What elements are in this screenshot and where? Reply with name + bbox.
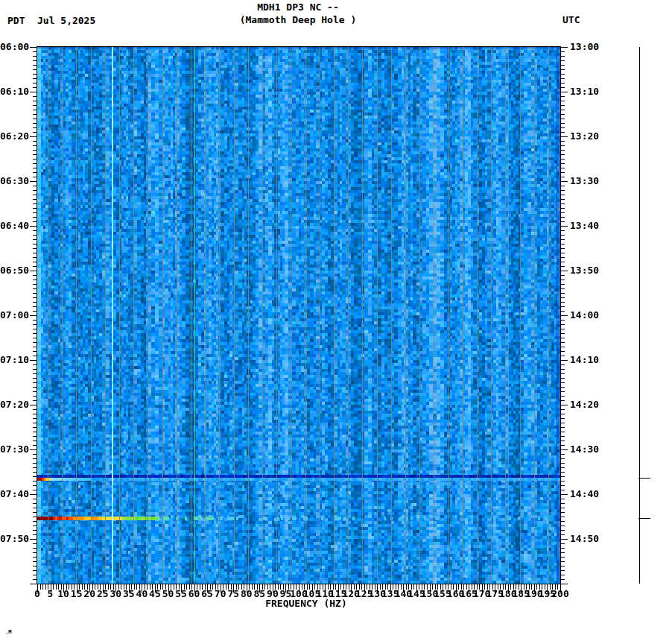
left-time-label: 06:20 bbox=[0, 131, 28, 142]
right-time-tick bbox=[560, 436, 565, 437]
right-time-tick bbox=[560, 105, 565, 106]
left-time-tick bbox=[33, 342, 37, 343]
left-time-tick bbox=[33, 275, 37, 276]
right-time-tick bbox=[560, 159, 565, 160]
right-time-tick bbox=[560, 320, 565, 321]
left-time-tick bbox=[33, 467, 37, 468]
right-time-tick bbox=[560, 405, 568, 405]
right-time-tick bbox=[560, 280, 565, 280]
left-time-tick bbox=[33, 311, 37, 312]
right-time-tick bbox=[560, 145, 565, 146]
timezone-right-label: UTC bbox=[562, 15, 580, 25]
right-time-tick bbox=[560, 230, 565, 231]
left-time-tick bbox=[33, 65, 37, 66]
right-time-tick bbox=[560, 584, 568, 584]
left-time-tick bbox=[33, 557, 37, 558]
left-time-tick bbox=[33, 150, 37, 151]
right-time-tick bbox=[560, 284, 565, 285]
right-time-tick bbox=[560, 530, 565, 531]
left-time-tick bbox=[33, 378, 37, 379]
left-time-tick bbox=[33, 257, 37, 258]
right-time-tick bbox=[560, 517, 565, 517]
left-time-tick bbox=[33, 566, 37, 566]
left-time-tick bbox=[33, 517, 37, 517]
left-time-tick bbox=[33, 56, 37, 57]
plot-title: MDH1 DP3 NC -- bbox=[75, 2, 522, 13]
right-time-tick bbox=[560, 141, 565, 142]
left-time-tick bbox=[33, 280, 37, 280]
left-time-tick bbox=[33, 347, 37, 347]
left-time-tick bbox=[33, 168, 37, 168]
left-time-tick bbox=[33, 212, 37, 213]
left-time-tick bbox=[33, 78, 37, 79]
left-time-tick bbox=[33, 114, 37, 115]
right-time-tick bbox=[560, 51, 565, 52]
left-time-tick bbox=[30, 494, 37, 495]
left-time-tick bbox=[33, 481, 37, 482]
watermark: .M bbox=[5, 630, 11, 635]
right-time-tick bbox=[560, 306, 565, 307]
right-time-tick bbox=[560, 373, 565, 374]
left-time-tick bbox=[33, 423, 37, 423]
left-time-tick bbox=[33, 123, 37, 124]
right-time-tick bbox=[560, 235, 565, 236]
spectrogram-canvas bbox=[37, 47, 560, 584]
right-time-tick bbox=[560, 449, 568, 450]
right-time-tick bbox=[560, 445, 565, 446]
left-time-tick bbox=[30, 405, 37, 405]
right-time-tick bbox=[560, 561, 565, 562]
left-time-tick bbox=[33, 338, 37, 338]
right-time-tick bbox=[560, 239, 565, 240]
right-time-tick bbox=[560, 83, 565, 83]
right-time-tick bbox=[560, 503, 565, 504]
left-time-label: 06:50 bbox=[0, 265, 28, 276]
right-time-label: 13:10 bbox=[570, 86, 599, 97]
right-time-tick bbox=[560, 78, 565, 79]
left-time-label: 07:40 bbox=[0, 489, 28, 499]
left-time-tick bbox=[33, 548, 37, 549]
right-time-tick bbox=[560, 69, 565, 70]
right-time-tick bbox=[560, 65, 565, 66]
left-time-tick bbox=[33, 472, 37, 473]
right-time-tick bbox=[560, 418, 565, 419]
right-time-label: 14:00 bbox=[570, 310, 599, 321]
right-time-tick bbox=[560, 508, 565, 508]
right-time-tick bbox=[560, 302, 565, 303]
left-time-tick bbox=[33, 561, 37, 562]
left-time-tick bbox=[33, 51, 37, 52]
left-time-label: 06:10 bbox=[0, 86, 28, 97]
right-time-label: 14:50 bbox=[570, 534, 599, 544]
left-time-tick bbox=[33, 534, 37, 535]
left-time-label: 06:30 bbox=[0, 176, 28, 186]
left-time-tick bbox=[33, 230, 37, 231]
left-time-label: 07:00 bbox=[0, 310, 28, 321]
left-time-tick bbox=[33, 512, 37, 513]
left-time-tick bbox=[33, 499, 37, 499]
left-time-tick bbox=[30, 47, 37, 48]
right-time-tick bbox=[560, 467, 565, 468]
right-time-tick bbox=[560, 579, 565, 580]
right-time-label: 14:30 bbox=[570, 444, 599, 455]
right-time-tick bbox=[560, 190, 565, 191]
left-time-label: 07:20 bbox=[0, 400, 28, 410]
right-time-tick bbox=[560, 262, 565, 262]
left-time-tick bbox=[33, 288, 37, 289]
left-time-tick bbox=[33, 458, 37, 459]
right-time-tick bbox=[560, 494, 568, 495]
left-time-tick bbox=[33, 60, 37, 61]
left-time-tick bbox=[33, 96, 37, 97]
right-time-tick bbox=[560, 257, 565, 258]
right-time-tick bbox=[560, 566, 565, 566]
left-time-tick bbox=[33, 87, 37, 88]
left-time-tick bbox=[33, 427, 37, 428]
right-time-tick bbox=[560, 369, 565, 370]
left-time-tick bbox=[33, 127, 37, 128]
right-time-tick bbox=[560, 472, 565, 473]
left-time-tick bbox=[33, 320, 37, 321]
left-time-tick bbox=[33, 74, 37, 75]
right-time-tick bbox=[560, 271, 568, 271]
right-time-tick bbox=[560, 123, 565, 124]
right-time-tick bbox=[560, 203, 565, 204]
left-time-tick bbox=[33, 297, 37, 298]
left-time-tick bbox=[33, 441, 37, 441]
